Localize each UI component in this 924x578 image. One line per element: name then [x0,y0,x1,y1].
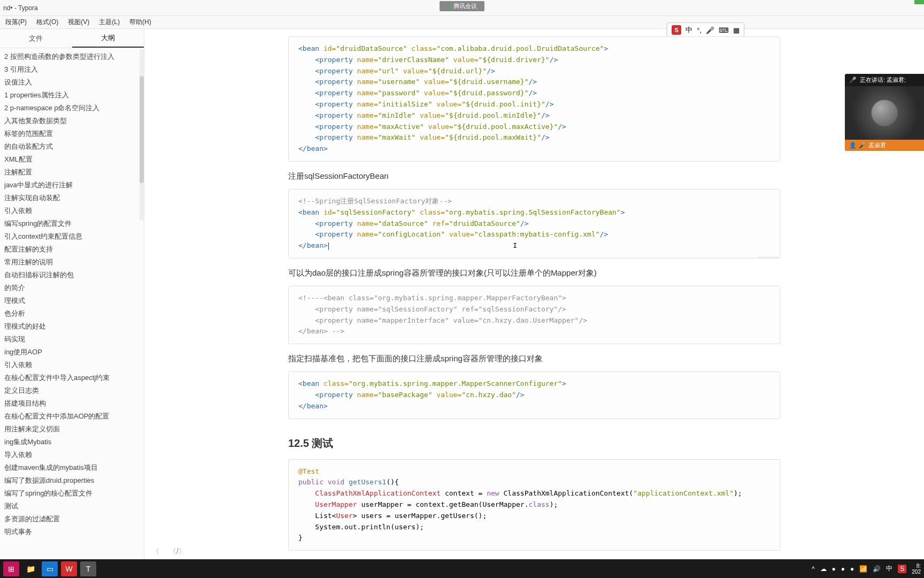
app-icon-blue[interactable]: ▭ [42,561,58,576]
outline-item[interactable]: 1 properties属性注入 [0,89,144,102]
wps-icon[interactable]: W [61,561,77,576]
tray-volume-icon[interactable]: 🔊 [873,565,881,573]
outline-item[interactable]: 3 引用注入 [0,63,144,76]
tab-files[interactable]: 文件 [0,29,72,48]
start-icon[interactable]: ⊞ [3,561,19,576]
outline-item[interactable]: 测试 [0,500,144,513]
outline-item[interactable]: 2 按照构造函数的参数类型进行注入 [0,50,144,63]
code-block-datasource[interactable]: <bean id="druidDataSource" class="com.al… [288,36,780,162]
code-block-test[interactable]: @Test public void getUsers1(){ ClassPath… [288,459,780,551]
menu-view[interactable]: 视图(V) [68,18,89,27]
outline-item[interactable]: 的自动装配方式 [0,140,144,153]
taskbar[interactable]: ⊞ 📁 ▭ W T ^ ☁ ● ● ● 📶 🔊 中 S 8:202 [0,559,924,578]
editor-content[interactable]: <bean id="druidDataSource" class="com.al… [144,29,924,559]
outline-item[interactable]: 色分析 [0,307,144,320]
menu-theme[interactable]: 主题(L) [99,18,120,27]
menu-format[interactable]: 格式(O) [36,18,58,27]
outline-item[interactable]: 注解实现自动装配 [0,192,144,204]
meeting-label: 腾讯会议 [453,2,477,10]
sidebar: 文件 大纲 2 按照构造函数的参数类型进行注入3 引用注入设值注入1 prope… [0,29,144,559]
editor-status-bar: 〈 〈/〉 [144,544,924,559]
outline-item[interactable]: 明式事务 [0,526,144,538]
system-tray[interactable]: ^ ☁ ● ● ● 📶 🔊 中 S 8:202 [812,563,921,575]
outline-item[interactable]: 理模式的好处 [0,320,144,333]
outline-item[interactable]: 在核心配置文件中导入aspectj约束 [0,371,144,384]
outline-item[interactable]: 设值注入 [0,76,144,89]
outline-list[interactable]: 2 按照构造函数的参数类型进行注入3 引用注入设值注入1 properties属… [0,48,144,559]
text-cursor [328,242,329,250]
outline-item[interactable]: 引入context约束配置信息 [0,230,144,243]
outline-item[interactable]: 导入依赖 [0,448,144,461]
tab-outline[interactable]: 大纲 [72,29,144,48]
outline-item[interactable]: 引入依赖 [0,359,144,371]
menubar: 段落(P) 格式(O) 视图(V) 主题(L) 帮助(H) [0,16,924,29]
tray-chevron-icon[interactable]: ^ [812,565,815,573]
outline-item[interactable]: 编写了数据源druid.properties [0,474,144,487]
paragraph[interactable]: 注册sqlSessionFactoryBean [288,171,780,181]
tray-cloud-icon[interactable]: ☁ [820,565,827,573]
sidebar-scrollbar[interactable] [140,49,144,220]
outline-item[interactable]: 常用注解的说明 [0,256,144,269]
tray-app-icon[interactable]: ● [832,565,836,573]
meeting-status-dot [447,5,450,8]
tray-wifi-icon[interactable]: 📶 [859,565,867,573]
outline-item[interactable]: 入其他复杂数据类型 [0,115,144,127]
outline-item[interactable]: 注解配置 [0,166,144,179]
menu-help[interactable]: 帮助(H) [129,18,151,27]
outline-item[interactable]: 的简介 [0,282,144,294]
tray-ime[interactable]: 中 [886,564,892,573]
outline-item[interactable]: 2 p-namespace p命名空间注入 [0,102,144,115]
explorer-icon[interactable]: 📁 [22,561,38,576]
outline-item[interactable]: XML配置 [0,153,144,166]
outline-item[interactable]: 在核心配置文件中添加AOP的配置 [0,410,144,423]
code-block-scanner[interactable]: <bean class="org.mybatis.spring.mapper.M… [288,371,780,419]
outline-item[interactable]: 编写了spring的核心配置文件 [0,487,144,500]
back-icon[interactable]: 〈 [152,547,159,557]
outline-item[interactable]: 码实现 [0,333,144,346]
tray-sogou-icon[interactable]: S [898,565,906,573]
outline-item[interactable]: 用注解来定义切面 [0,423,144,436]
outline-item[interactable]: 自动扫描标识注解的包 [0,269,144,282]
menu-paragraph[interactable]: 段落(P) [5,18,27,27]
outline-item[interactable]: ing使用AOP [0,346,144,359]
paragraph[interactable]: 指定扫描基准包，把包下面面的接口注册成spring容器所管理的接口对象 [288,354,780,364]
outline-item[interactable]: 引入依赖 [0,204,144,217]
outline-item[interactable]: 多资源的过滤配置 [0,513,144,526]
tray-app-icon[interactable]: ● [850,565,854,573]
outline-item[interactable]: 编写spring的配置文件 [0,217,144,230]
outline-item[interactable]: 搭建项目结构 [0,397,144,410]
code-mode-icon[interactable]: 〈/〉 [169,547,186,557]
window-title: nd• - Typora [3,4,38,12]
heading[interactable]: 12.5 测试 [288,436,780,451]
tray-clock[interactable]: 8:202 [912,563,921,575]
code-lang-tag[interactable]: xml [757,257,780,258]
paragraph[interactable]: 可以为dao层的接口注册成spring容器所管理的接口对象(只可以注册单个的Ma… [288,268,780,278]
sidebar-scroll-thumb[interactable] [140,76,144,183]
outline-item[interactable]: 标签的范围配置 [0,127,144,140]
tencent-meeting-pill[interactable]: 腾讯会议 [440,1,484,11]
outline-item[interactable]: 理模式 [0,294,144,307]
code-block-sqlsession[interactable]: <!--Spring注册SqlSessionFactory对象--> <bean… [288,189,780,258]
outline-item[interactable]: ing集成Mybatis [0,436,144,448]
outline-item[interactable]: 创建maven集成的mybatis项目 [0,461,144,474]
outline-item[interactable]: 定义日志类 [0,384,144,397]
typora-icon[interactable]: T [80,561,96,576]
code-block-mapperfactory[interactable]: <!----<bean class="org.mybatis.spring.ma… [288,286,780,344]
window-accent [914,0,924,4]
tray-app-icon[interactable]: ● [841,565,845,573]
outline-item[interactable]: java中显式的进行注解 [0,179,144,192]
outline-item[interactable]: 配置注解的支持 [0,243,144,256]
